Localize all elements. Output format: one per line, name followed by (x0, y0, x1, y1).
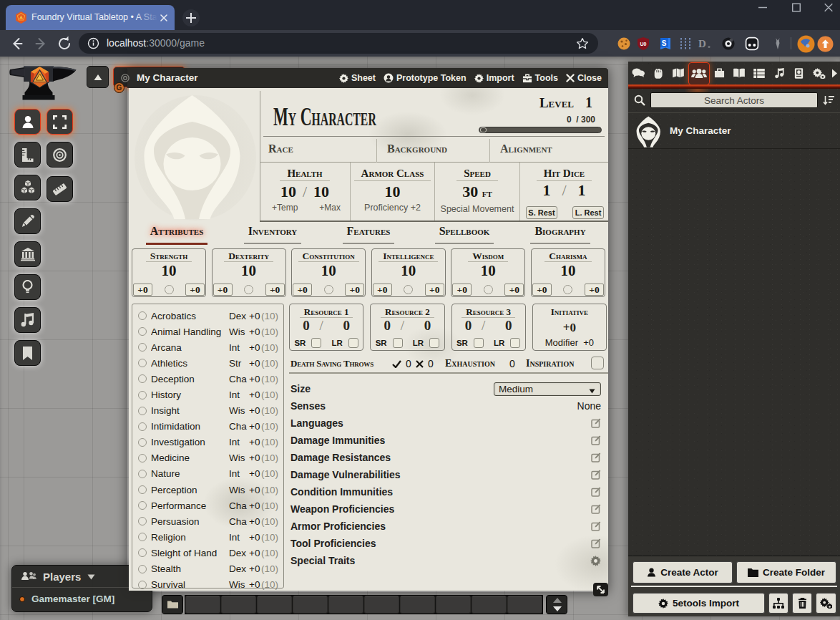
svg-text:S: S (662, 39, 667, 47)
svg-text:U0: U0 (640, 42, 647, 47)
svg-text:D: D (698, 38, 706, 49)
